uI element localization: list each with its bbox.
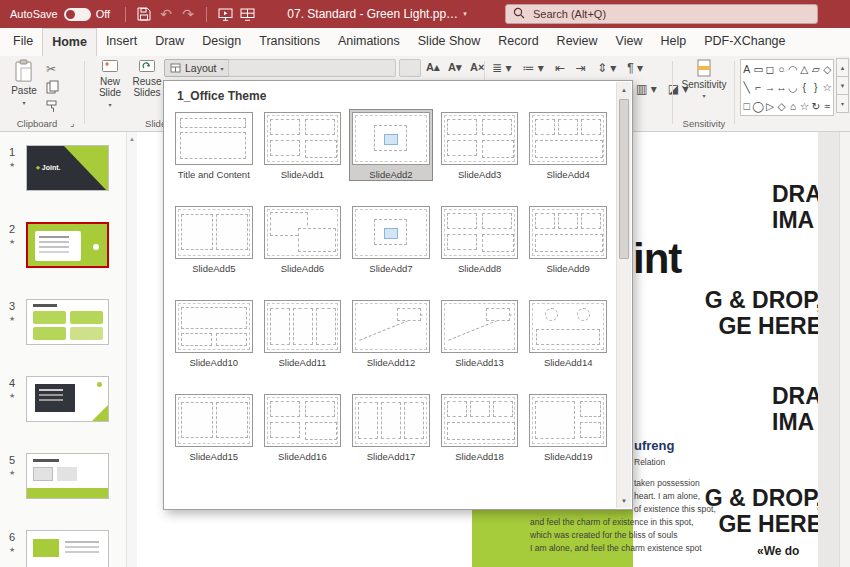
menu-tab[interactable]: Help (651, 28, 695, 56)
gallery-scroll-up-button[interactable]: ▲ (836, 58, 849, 77)
menu-tab[interactable]: Review (548, 28, 607, 56)
canvas-scrollbar[interactable] (839, 132, 850, 567)
shape-icon[interactable]: ≈ (824, 97, 830, 115)
shape-icon[interactable]: □ (744, 97, 750, 115)
shape-icon[interactable]: ⌂ (790, 97, 796, 115)
gallery-scrollbar[interactable]: ▲ ▼ (616, 82, 631, 508)
layout-option[interactable]: SlideAdd3 (438, 109, 522, 181)
font-name-combo[interactable] (228, 59, 396, 77)
slide-thumbnail-item[interactable]: 3 ★ (0, 299, 137, 346)
slide-title-text[interactable]: int (633, 235, 681, 283)
format-painter-icon[interactable] (46, 99, 59, 117)
shape-icon[interactable]: ⌐ (755, 78, 761, 96)
drag-drop-placeholder[interactable]: G & DROP, GE HERE (705, 287, 822, 339)
menu-tab[interactable]: PDF-XChange (695, 28, 794, 56)
shape-icon[interactable]: ☆ (823, 78, 832, 96)
drag-drop-placeholder[interactable]: G & DROP, GE HERE (705, 485, 822, 537)
shape-icon[interactable]: ╲ (744, 78, 750, 96)
document-title[interactable]: 07. Standard - Green Light.pp… ▾ (252, 0, 502, 28)
shape-icon[interactable]: } (814, 78, 818, 96)
sensitivity-button[interactable]: Sensitivity ▾ (678, 59, 730, 123)
layout-option[interactable]: SlideAdd10 (172, 297, 256, 369)
redo-icon[interactable]: ↷ (177, 3, 199, 25)
clear-formatting-icon[interactable]: A× (470, 61, 484, 73)
reuse-slides-button[interactable]: Reuse Slides (130, 59, 164, 98)
autosave-toggle[interactable] (64, 8, 91, 21)
undo-icon[interactable]: ↶ (155, 3, 177, 25)
paste-button[interactable]: Paste ▾ (6, 59, 42, 109)
menu-tab[interactable]: Insert (97, 28, 146, 56)
gallery-scroll-down-button[interactable]: ▼ (836, 76, 849, 95)
menu-tab[interactable]: Slide Show (409, 28, 490, 56)
menu-tab[interactable]: Animations (329, 28, 409, 56)
menu-tab[interactable]: Transitions (250, 28, 329, 56)
layout-option[interactable]: SlideAdd1 (261, 109, 345, 181)
paragraph-tool-icon[interactable]: ⇤ (555, 61, 565, 75)
menu-tab[interactable]: Home (42, 28, 97, 56)
layout-option[interactable]: SlideAdd5 (172, 203, 256, 275)
shape-icon[interactable]: ○ (778, 60, 784, 78)
layout-option[interactable]: SlideAdd18 (438, 391, 522, 463)
slide-thumbnail-item[interactable]: 4 ★ (0, 376, 137, 423)
scrollbar-thumb[interactable] (619, 99, 629, 259)
scroll-up-button[interactable]: ▲ (617, 82, 631, 97)
menu-tab[interactable]: Design (193, 28, 250, 56)
slide-body-text-upper[interactable]: taken possessionheart. I am alone,of exi… (634, 477, 716, 516)
paragraph-tool-icon[interactable]: ⇥ (576, 61, 586, 75)
layout-option[interactable]: SlideAdd9 (526, 203, 610, 275)
shape-icon[interactable]: ◯ (752, 97, 764, 115)
shape-icon[interactable]: △ (800, 60, 808, 78)
shape-icon[interactable]: ☆ (800, 97, 809, 115)
layout-option[interactable]: SlideAdd15 (172, 391, 256, 463)
paragraph-tool-icon[interactable]: ≣ ▾ (492, 61, 511, 75)
menu-tab[interactable]: Draw (146, 28, 193, 56)
grow-font-icon[interactable]: A▴ (426, 61, 439, 74)
scroll-up-arrow-icon[interactable]: ▲ (127, 132, 137, 142)
slide-thumbnail-item[interactable]: 5 ★ (0, 453, 137, 500)
layout-option[interactable]: SlideAdd13 (438, 297, 522, 369)
shape-icon[interactable]: ▭ (753, 60, 763, 78)
slide-thumbnail-item[interactable]: 6 ★ (0, 530, 137, 567)
gallery-more-button[interactable]: ▾ (836, 94, 849, 113)
layout-option[interactable]: SlideAdd8 (438, 203, 522, 275)
layout-option[interactable]: SlideAdd16 (261, 391, 345, 463)
shape-icon[interactable]: { (803, 78, 807, 96)
save-icon[interactable] (133, 3, 155, 25)
layout-option[interactable]: SlideAdd12 (349, 297, 433, 369)
scroll-down-button[interactable]: ▼ (617, 493, 631, 508)
menu-tab[interactable]: File (4, 28, 42, 56)
shape-icon[interactable]: ◠ (788, 60, 797, 78)
shrink-font-icon[interactable]: A▾ (448, 61, 461, 74)
shape-icon[interactable]: ↻ (811, 97, 820, 115)
layout-option[interactable]: SlideAdd17 (349, 391, 433, 463)
layout-option[interactable]: SlideAdd4 (526, 109, 610, 181)
search-input[interactable] (531, 7, 810, 21)
shape-icon[interactable]: ▷ (766, 97, 774, 115)
quote-text[interactable]: «We do (757, 544, 799, 558)
shape-icon[interactable]: ◇ (777, 97, 785, 115)
shape-icon[interactable]: → (765, 78, 776, 96)
copy-icon[interactable] (46, 80, 59, 98)
shape-icon[interactable]: ◡ (788, 78, 797, 96)
cut-icon[interactable]: ✂ (46, 62, 56, 76)
shape-icon[interactable]: ↔ (776, 78, 787, 96)
font-size-combo[interactable] (399, 59, 421, 77)
slide-thumbnail-item[interactable]: 1 ★ Joint. (0, 145, 137, 192)
shape-icon[interactable]: ▱ (812, 60, 820, 78)
menu-tab[interactable]: View (607, 28, 652, 56)
layout-option[interactable]: SlideAdd11 (261, 297, 345, 369)
clipboard-dialog-launcher-icon[interactable]: ⌟ (70, 118, 74, 128)
shape-icon[interactable]: ◻ (766, 60, 775, 78)
author-name-text[interactable]: ufreng (634, 438, 674, 453)
paragraph-tool-icon[interactable]: ¶ ▾ (627, 61, 643, 75)
slide-panel-scrollbar[interactable]: ▲ (126, 132, 137, 567)
layout-option[interactable]: Title and Content (172, 109, 256, 181)
layout-option[interactable]: SlideAdd2 (349, 109, 433, 181)
slide-body-text-lower[interactable]: and feel the charm of existence in this … (530, 516, 702, 555)
new-slide-button[interactable]: New Slide ▾ (92, 59, 128, 111)
paragraph-tool-icon[interactable]: ⇕ ▾ (597, 61, 616, 75)
paragraph-tool-icon[interactable]: ▥ ▾ (636, 82, 657, 96)
shape-icon[interactable]: A (743, 60, 750, 78)
author-role-text[interactable]: Relation (634, 457, 665, 467)
layout-button[interactable]: Layout ▾ (164, 59, 230, 77)
